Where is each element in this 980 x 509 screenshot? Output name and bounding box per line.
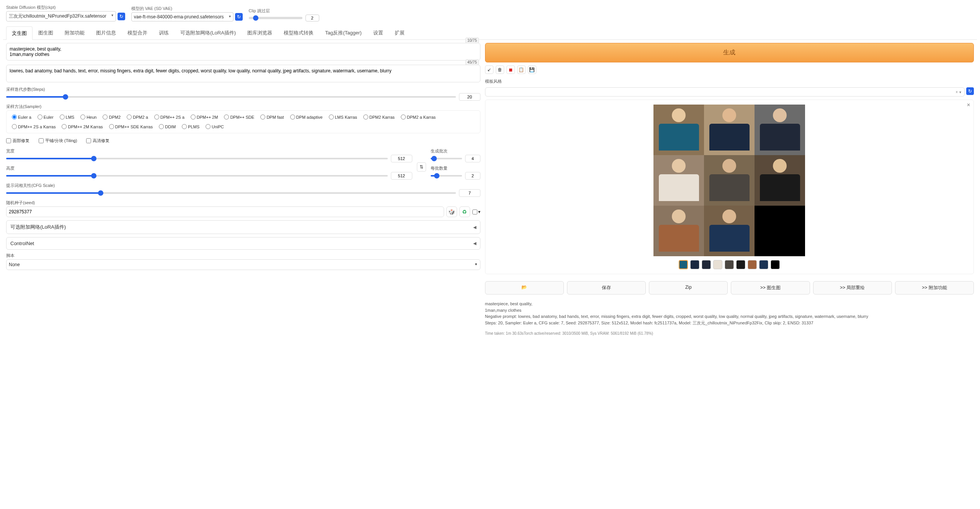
tab-4[interactable]: 模型合并 bbox=[122, 26, 153, 39]
open-folder-button[interactable]: 📂 bbox=[485, 281, 564, 295]
sampler-radio[interactable]: LMS bbox=[57, 114, 77, 120]
tab-3[interactable]: 图片信息 bbox=[90, 26, 122, 39]
steps-slider[interactable] bbox=[6, 96, 456, 98]
gallery-thumb[interactable] bbox=[679, 260, 688, 269]
cfg-slider[interactable] bbox=[6, 192, 456, 194]
seed-reuse-button[interactable]: ♻ bbox=[459, 206, 470, 217]
stop-icon[interactable]: ◼ bbox=[506, 65, 515, 74]
restore-faces-checkbox[interactable]: 面部修复 bbox=[6, 138, 29, 144]
script-select[interactable]: None bbox=[6, 259, 480, 270]
sampler-radio[interactable]: DPM2 Karras bbox=[361, 114, 397, 120]
gallery-image[interactable] bbox=[704, 105, 755, 155]
style-label: 模板风格 bbox=[485, 79, 974, 84]
sampler-radio[interactable]: Euler bbox=[35, 114, 56, 120]
sampler-radio-group: Euler aEulerLMSHeunDPM2DPM2 aDPM++ 2S aD… bbox=[10, 114, 477, 130]
send-extras-button[interactable]: >> 附加功能 bbox=[895, 281, 974, 295]
gallery-image[interactable] bbox=[755, 206, 805, 256]
sampler-radio[interactable]: LMS Karras bbox=[327, 114, 359, 120]
height-value[interactable] bbox=[391, 172, 412, 180]
tab-9[interactable]: Tag反推(Tagger) bbox=[319, 26, 367, 39]
gallery-thumb[interactable] bbox=[771, 260, 780, 269]
swap-dimensions-button[interactable]: ⇅ bbox=[417, 162, 426, 172]
sd-model-refresh-icon[interactable]: ↻ bbox=[118, 13, 125, 20]
tab-11[interactable]: 扩展 bbox=[389, 26, 410, 39]
sampler-radio[interactable]: DPM++ SDE bbox=[222, 114, 256, 120]
send-inpaint-button[interactable]: >> 局部重绘 bbox=[813, 281, 892, 295]
sampler-radio[interactable]: PLMS bbox=[180, 123, 202, 130]
sampler-radio[interactable]: DPM++ 2S a Karras bbox=[10, 123, 58, 130]
gallery-image[interactable] bbox=[755, 105, 805, 155]
sampler-radio[interactable]: DPM adaptive bbox=[288, 114, 325, 120]
batch-size-slider[interactable] bbox=[431, 175, 462, 177]
style-select[interactable]: ×▾ bbox=[485, 87, 965, 97]
gallery-image[interactable] bbox=[653, 105, 704, 155]
tiling-checkbox[interactable]: 平铺/分块 (Tiling) bbox=[39, 138, 77, 144]
sampler-radio[interactable]: DPM2 a bbox=[124, 114, 150, 120]
gallery-thumb[interactable] bbox=[725, 260, 734, 269]
tab-7[interactable]: 图库浏览器 bbox=[242, 26, 278, 39]
gallery-panel: ✕ bbox=[485, 100, 974, 274]
save-button[interactable]: 保存 bbox=[567, 281, 646, 295]
sampler-radio[interactable]: DPM2 bbox=[100, 114, 123, 120]
seed-random-button[interactable]: 🎲 bbox=[446, 206, 457, 217]
sampler-radio[interactable]: DPM fast bbox=[258, 114, 286, 120]
tab-5[interactable]: 训练 bbox=[153, 26, 175, 39]
save-icon[interactable]: 💾 bbox=[528, 65, 536, 74]
prompt-textarea[interactable]: masterpiece, best quality, 1man,many clo… bbox=[6, 43, 480, 61]
send-img2img-button[interactable]: >> 图生图 bbox=[731, 281, 810, 295]
sampler-radio[interactable]: UniPC bbox=[203, 123, 226, 130]
sd-model-select[interactable]: 三次元\chilloutmix_NiPrunedFp32Fix.safetens… bbox=[6, 11, 116, 21]
gallery-thumb[interactable] bbox=[690, 260, 699, 269]
steps-value[interactable] bbox=[459, 93, 480, 101]
batch-count-slider[interactable] bbox=[431, 158, 462, 159]
width-value[interactable] bbox=[391, 155, 412, 162]
tab-2[interactable]: 附加功能 bbox=[59, 26, 90, 39]
tab-6[interactable]: 可选附加网络(LoRA插件) bbox=[175, 26, 242, 39]
batch-count-value[interactable] bbox=[465, 155, 480, 162]
sampler-radio[interactable]: DPM++ SDE Karras bbox=[107, 123, 155, 130]
gallery-image[interactable] bbox=[704, 155, 755, 206]
height-slider[interactable] bbox=[6, 175, 388, 177]
vae-select[interactable]: vae-ft-mse-840000-ema-pruned.safetensors bbox=[131, 12, 234, 21]
gallery-image[interactable] bbox=[704, 206, 755, 256]
batch-size-value[interactable] bbox=[465, 172, 480, 180]
gallery-thumb[interactable] bbox=[759, 260, 768, 269]
seed-extra-checkbox[interactable]: ▾ bbox=[472, 209, 480, 214]
sampler-radio[interactable]: DDIM bbox=[157, 123, 178, 130]
zip-button[interactable]: Zip bbox=[649, 281, 728, 295]
gallery-close-icon[interactable]: ✕ bbox=[967, 102, 970, 108]
width-slider[interactable] bbox=[6, 158, 388, 159]
sampler-radio[interactable]: Heun bbox=[78, 114, 99, 120]
gallery-image[interactable] bbox=[653, 206, 704, 256]
tab-1[interactable]: 图生图 bbox=[33, 26, 59, 39]
generate-button[interactable]: 生成 bbox=[485, 43, 974, 62]
gallery-image[interactable] bbox=[653, 155, 704, 206]
arrow-icon[interactable]: ↙ bbox=[485, 65, 493, 74]
gallery-thumb[interactable] bbox=[736, 260, 745, 269]
sampler-radio[interactable]: Euler a bbox=[10, 114, 34, 120]
sampler-radio[interactable]: DPM++ 2M bbox=[188, 114, 220, 120]
sampler-radio[interactable]: DPM++ 2M Karras bbox=[59, 123, 105, 130]
gallery-image[interactable] bbox=[755, 155, 805, 206]
gallery-thumb[interactable] bbox=[713, 260, 722, 269]
sampler-radio[interactable]: DPM++ 2S a bbox=[152, 114, 187, 120]
batch-count-label: 生成批次 bbox=[431, 148, 480, 154]
hires-fix-checkbox[interactable]: 高清修复 bbox=[86, 138, 109, 144]
clip-skip-slider[interactable] bbox=[249, 17, 302, 19]
tab-10[interactable]: 设置 bbox=[368, 26, 389, 39]
lora-accordion[interactable]: 可选附加网络(LoRA插件) ◀ bbox=[6, 220, 480, 234]
controlnet-accordion[interactable]: ControlNet ◀ bbox=[6, 237, 480, 250]
clip-skip-value[interactable] bbox=[305, 15, 319, 21]
sampler-radio[interactable]: DPM2 a Karras bbox=[399, 114, 438, 120]
gallery-thumb[interactable] bbox=[748, 260, 757, 269]
tab-8[interactable]: 模型格式转换 bbox=[278, 26, 319, 39]
seed-input[interactable] bbox=[6, 206, 444, 217]
style-refresh-icon[interactable]: ↻ bbox=[966, 87, 974, 95]
vae-refresh-icon[interactable]: ↻ bbox=[235, 13, 243, 21]
tab-0[interactable]: 文生图 bbox=[6, 26, 33, 40]
gallery-thumb[interactable] bbox=[702, 260, 711, 269]
clipboard-icon[interactable]: 📋 bbox=[517, 65, 526, 74]
trash-icon[interactable]: 🗑 bbox=[496, 65, 504, 74]
negative-prompt-textarea[interactable]: lowres, bad anatomy, bad hands, text, er… bbox=[6, 65, 480, 82]
cfg-value[interactable] bbox=[459, 189, 480, 197]
